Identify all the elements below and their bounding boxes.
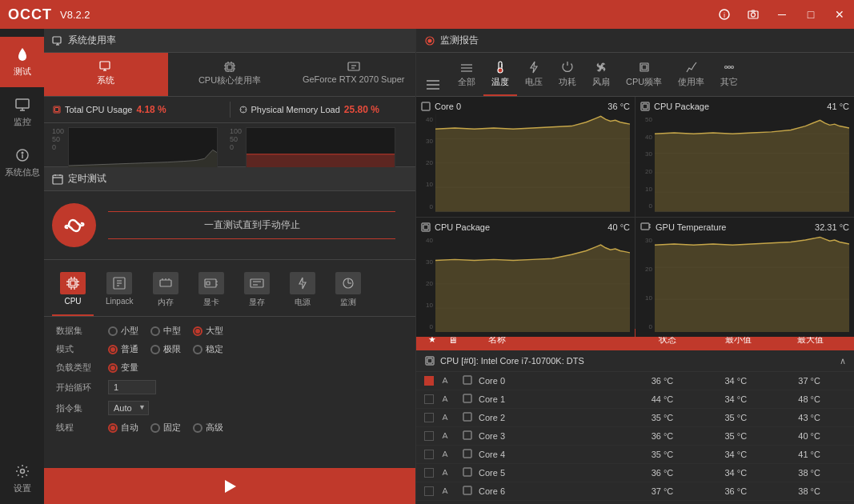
stats-row: Total CPU Usage 4.18 % Physical Memory L… <box>44 97 415 123</box>
svg-rect-122 <box>427 358 432 363</box>
tab-all-label: 全部 <box>458 76 475 88</box>
thread-advanced[interactable]: 高级 <box>193 422 223 434</box>
chart-core0-title: Core 0 36 °C <box>421 102 630 111</box>
chart-cpupkg2-title: CPU Package 40 °C <box>421 222 630 232</box>
svg-point-91 <box>732 66 734 69</box>
info-button[interactable]: i <box>710 0 739 29</box>
monitor-section-label: 监测报告 <box>440 34 479 47</box>
loadtype-variable[interactable]: 变量 <box>108 362 138 374</box>
row3-checkbox[interactable] <box>424 431 434 441</box>
tab-all[interactable]: 全部 <box>450 58 483 96</box>
mem-chart-area <box>246 127 395 168</box>
test-tab-cpu[interactable]: CPU <box>52 268 94 316</box>
svg-rect-92 <box>422 102 430 110</box>
row1-name: Core 1 <box>479 394 626 404</box>
sidebar-item-test[interactable]: 测试 <box>0 37 44 87</box>
mode-extreme[interactable]: 极限 <box>150 343 181 355</box>
chart-cpupkg-area: 50403020100 <box>640 114 849 212</box>
mem-stat-label: Physical Memory Load <box>251 105 340 114</box>
row6-checkbox[interactable] <box>424 486 434 496</box>
row3-name: Core 3 <box>479 431 626 441</box>
svg-marker-106 <box>655 120 849 211</box>
infinite-button[interactable] <box>52 203 96 247</box>
screenshot-button[interactable] <box>739 0 768 29</box>
test-type-tabs: CPU Linpack <box>44 260 415 317</box>
maximize-button[interactable]: □ <box>796 0 825 29</box>
thread-fixed[interactable]: 固定 <box>150 422 181 434</box>
svg-rect-15 <box>100 62 110 69</box>
row0-icon1 <box>437 375 453 386</box>
row2-name: Core 2 <box>479 413 626 422</box>
row0-checkbox[interactable] <box>424 376 434 386</box>
memory-tab-icon <box>153 272 178 294</box>
sidebar-item-monitor[interactable]: 监控 <box>0 87 44 138</box>
test-tab-gpu[interactable]: 显卡 <box>190 268 232 316</box>
svg-marker-40 <box>247 154 395 167</box>
monitor-tabs: 全部 温度 电压 功耗 <box>416 53 854 97</box>
tab-gpu[interactable]: GeForce RTX 2070 Super <box>291 53 415 96</box>
dataset-large[interactable]: 大型 <box>193 325 223 337</box>
table-row: Core 4 35 °C 34 °C 41 °C <box>416 446 854 464</box>
thread-options: 自动 固定 高级 <box>108 422 223 434</box>
tab-usage[interactable]: 使用率 <box>670 57 712 96</box>
chart-cpupkg-temp: 41 °C <box>827 102 849 111</box>
thread-row: 线程 自动 固定 高级 <box>56 422 403 434</box>
play-button[interactable] <box>44 468 415 504</box>
svg-marker-98 <box>435 116 630 211</box>
chart-cpupkg: CPU Package 41 °C 50403020100 <box>635 97 854 217</box>
infinite-label: 一直测试直到手动停止 <box>96 218 407 232</box>
svg-point-83 <box>498 68 503 73</box>
test-tab-monitor[interactable]: 监测 <box>327 268 369 316</box>
row4-checkbox[interactable] <box>424 450 434 459</box>
thread-auto[interactable]: 自动 <box>108 422 138 434</box>
svg-marker-120 <box>655 237 849 332</box>
row5-checkbox[interactable] <box>424 468 434 478</box>
tab-other[interactable]: 其它 <box>712 57 746 96</box>
monitor-menu-button[interactable] <box>420 74 446 96</box>
dataset-small-radio <box>108 326 118 336</box>
instruction-label: 指令集 <box>56 402 108 414</box>
sidebar-item-sysinfo[interactable]: 系统信息 <box>0 138 44 188</box>
row6-name: Core 6 <box>479 486 626 496</box>
startloop-input[interactable] <box>108 380 156 394</box>
svg-rect-88 <box>642 65 647 70</box>
mode-normal[interactable]: 普通 <box>108 343 138 355</box>
dataset-medium[interactable]: 中型 <box>150 325 181 337</box>
row1-checkbox[interactable] <box>424 394 434 404</box>
main-layout: 测试 监控 系统信息 设置 <box>0 29 854 504</box>
test-tab-power[interactable]: 电源 <box>282 268 323 316</box>
chart-gputemp-temp: 32.31 °C <box>815 222 849 232</box>
vram-tab-icon <box>244 272 270 294</box>
tab-voltage[interactable]: 电压 <box>517 57 551 96</box>
tab-fan[interactable]: 风扇 <box>584 57 618 96</box>
loadtype-label: 负载类型 <box>56 362 108 374</box>
tab-cpufreq-label: CPU频率 <box>626 76 662 88</box>
sidebar-item-settings[interactable]: 设置 <box>0 454 44 504</box>
dataset-small[interactable]: 小型 <box>108 325 138 337</box>
svg-rect-46 <box>70 281 75 286</box>
close-button[interactable]: ✕ <box>825 0 854 29</box>
infinite-button-area: 一直测试直到手动停止 <box>44 191 415 260</box>
minimize-button[interactable]: ─ <box>768 0 796 29</box>
tab-temperature[interactable]: 温度 <box>483 57 517 96</box>
svg-rect-5 <box>16 99 29 108</box>
tab-cpu-freq[interactable]: CPU频率 <box>618 57 670 96</box>
tab-system[interactable]: 系统 <box>44 53 168 96</box>
monitor-test-tab-label: 监测 <box>340 297 356 308</box>
tab-usage-label: 使用率 <box>678 76 704 88</box>
row2-checkbox[interactable] <box>424 413 434 422</box>
test-tab-vram[interactable]: 显存 <box>236 268 278 316</box>
test-tab-memory[interactable]: 内存 <box>145 268 186 316</box>
tab-cpu-usage[interactable]: CPU核心使用率 <box>168 53 292 96</box>
cpu-mini-chart: 100 50 0 <box>52 127 218 162</box>
instruction-select[interactable]: Auto <box>108 401 149 415</box>
tab-power[interactable]: 功耗 <box>551 57 584 96</box>
power-tab-label: 电源 <box>295 297 311 308</box>
chart-gputemp-title: GPU Temperature 32.31 °C <box>640 222 849 232</box>
test-tab-linpack[interactable]: Linpack <box>98 268 141 316</box>
chart-cpupkg2-temp: 40 °C <box>607 222 630 232</box>
loadtype-row: 负载类型 变量 <box>56 362 403 374</box>
app-logo: OCCT <box>8 6 52 23</box>
mode-stable[interactable]: 稳定 <box>193 343 223 355</box>
expand-icon[interactable]: ∧ <box>840 356 846 366</box>
